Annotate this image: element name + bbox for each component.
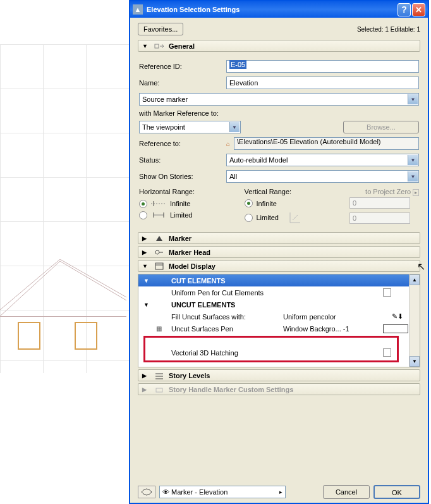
section-label: Story Handle Marker Custom Settings: [169, 386, 293, 393]
name-input[interactable]: [226, 77, 419, 89]
section-label: Marker: [169, 235, 191, 242]
v-upper-input[interactable]: [349, 197, 410, 209]
fill-uncut-row: Fill Uncut Surfaces with: Uniform pencol…: [138, 310, 420, 323]
h-range-label: Horizontal Range:: [139, 188, 245, 195]
svg-point-7: [155, 250, 159, 254]
section-model-display[interactable]: ▼ Model Display: [138, 260, 420, 272]
window-icon: [75, 322, 97, 350]
section-label: Marker Head: [169, 249, 210, 256]
viewpoint-select[interactable]: The viewpoint▼: [139, 121, 241, 133]
story-handle-icon: [154, 386, 165, 393]
general-panel: Reference ID: E-05 Name: Source marker▼ …: [130, 54, 428, 230]
limited-label: Limited: [257, 214, 279, 221]
drawing-canvas: [0, 0, 129, 504]
app-icon: ▲: [133, 4, 143, 15]
infinite-range-icon: [151, 199, 166, 208]
pen-color-swatch[interactable]: [383, 324, 408, 333]
toolbar: Favorites... Selected: 1 Editable: 1: [130, 18, 428, 38]
pen-row-icon: ▦: [156, 325, 166, 332]
show-on-select[interactable]: All▼: [226, 170, 419, 183]
collapse-arrow-icon: ▼: [142, 263, 149, 269]
uniform-pen-cut-checkbox[interactable]: [383, 288, 391, 297]
house-roof: [0, 259, 126, 316]
cut-elements-header[interactable]: ▼ CUT ELEMENTS: [138, 274, 420, 286]
infinite-label: Infinite: [170, 200, 190, 207]
selection-status: Selected: 1 Editable: 1: [357, 26, 420, 33]
section-story-handle: ▶ Story Handle Marker Custom Settings: [138, 383, 420, 395]
name-label: Name:: [139, 79, 222, 87]
bottom-bar: 👁 Marker - Elevation ▸ Cancel OK: [138, 485, 420, 499]
story-levels-icon: [154, 372, 165, 379]
marker-head-icon: [154, 249, 165, 256]
section-label: Story Levels: [169, 372, 210, 379]
limited-label: Limited: [170, 211, 192, 219]
scrollbar[interactable]: ▲ ▼: [409, 274, 420, 367]
scroll-down-icon[interactable]: ▼: [410, 356, 420, 367]
marker-icon: [154, 235, 165, 242]
show-on-label: Show On Stories:: [139, 173, 222, 180]
section-marker-head[interactable]: ▶ Marker Head: [138, 246, 420, 258]
svg-rect-14: [156, 388, 162, 392]
v-lower-input[interactable]: [349, 212, 410, 224]
source-marker-select[interactable]: Source marker▼: [139, 93, 419, 106]
house-elevation: [0, 316, 126, 364]
ref-to-label: Reference to:: [139, 140, 222, 147]
uncut-elements-header[interactable]: ▼ UNCUT ELEMENTS: [138, 298, 420, 310]
v-range-label: Vertical Range:: [245, 188, 350, 195]
collapse-arrow-icon: ▼: [142, 43, 149, 49]
favorites-button[interactable]: Favorites...: [138, 23, 183, 35]
eye-icon: 👁: [162, 488, 169, 496]
chevron-right-icon: ▸: [279, 489, 282, 495]
collapse-arrow-icon: ▼: [143, 278, 151, 284]
expand-arrow-icon: ▶: [142, 249, 149, 255]
status-label: Status:: [139, 156, 222, 164]
svg-rect-9: [155, 263, 163, 269]
section-story-levels[interactable]: ▶ Story Levels: [138, 369, 420, 381]
section-general[interactable]: ▼ General: [138, 40, 420, 52]
v-infinite-radio[interactable]: [245, 199, 253, 207]
svg-rect-0: [155, 44, 159, 48]
vectorial-3d-checkbox[interactable]: [383, 348, 391, 357]
vectorial-3d-row: Vectorial 3D Hatching: [138, 347, 420, 359]
collapse-arrow-icon: ▼: [143, 302, 151, 308]
scroll-up-icon[interactable]: ▲: [410, 274, 420, 285]
expand-arrow-icon: ▶: [142, 372, 149, 379]
pen-icon[interactable]: ✎⬇: [392, 312, 403, 321]
section-arrow-icon: [288, 210, 303, 225]
titlebar[interactable]: ▲ Elevation Selection Settings ? ✕: [130, 0, 428, 18]
section-label: Model Display: [169, 262, 216, 270]
chevron-down-icon: ▼: [408, 171, 418, 181]
ref-id-input[interactable]: E-05: [226, 60, 419, 73]
infinite-label: Infinite: [257, 200, 277, 207]
v-limited-radio[interactable]: [245, 214, 253, 222]
marker-ref-label: with Marker Reference to:: [139, 109, 219, 117]
hidden-row: [138, 335, 420, 347]
section-label: General: [169, 42, 195, 50]
section-marker[interactable]: ▶ Marker: [138, 232, 420, 244]
help-button[interactable]: ?: [398, 3, 411, 16]
h-limited-radio[interactable]: [139, 211, 147, 219]
model-display-icon: [154, 262, 165, 270]
uncut-pen-row: ▦ Uncut Surfaces Pen Window Backgro... -…: [138, 323, 420, 335]
close-button[interactable]: ✕: [412, 3, 425, 16]
uniform-pen-cut-row: Uniform Pen for Cut Elements: [138, 286, 420, 298]
ref-id-label: Reference ID:: [139, 63, 222, 70]
elevation-settings-dialog: ▲ Elevation Selection Settings ? ✕ Favor…: [129, 0, 429, 504]
limited-range-icon: [151, 211, 166, 219]
chevron-down-icon: ▼: [408, 94, 418, 104]
browse-button[interactable]: Browse...: [343, 121, 419, 133]
general-icon: [154, 42, 165, 50]
status-select[interactable]: Auto-rebuild Model▼: [226, 154, 419, 166]
expand-arrow-icon: ▶: [142, 235, 149, 242]
cancel-button[interactable]: Cancel: [323, 485, 370, 499]
layer-icon[interactable]: [138, 486, 155, 498]
h-infinite-radio[interactable]: [139, 200, 147, 208]
ok-button[interactable]: OK: [373, 485, 420, 499]
expand-arrow-icon: ▶: [142, 386, 149, 393]
chevron-down-icon: ▼: [408, 155, 418, 165]
model-display-panel: ▼ CUT ELEMENTS Uniform Pen for Cut Eleme…: [138, 274, 420, 367]
dialog-title: Elevation Selection Settings: [147, 6, 240, 13]
marker-layer-select[interactable]: 👁 Marker - Elevation ▸: [159, 486, 286, 498]
svg-marker-6: [156, 236, 162, 241]
chevron-down-icon: ▼: [229, 122, 240, 132]
